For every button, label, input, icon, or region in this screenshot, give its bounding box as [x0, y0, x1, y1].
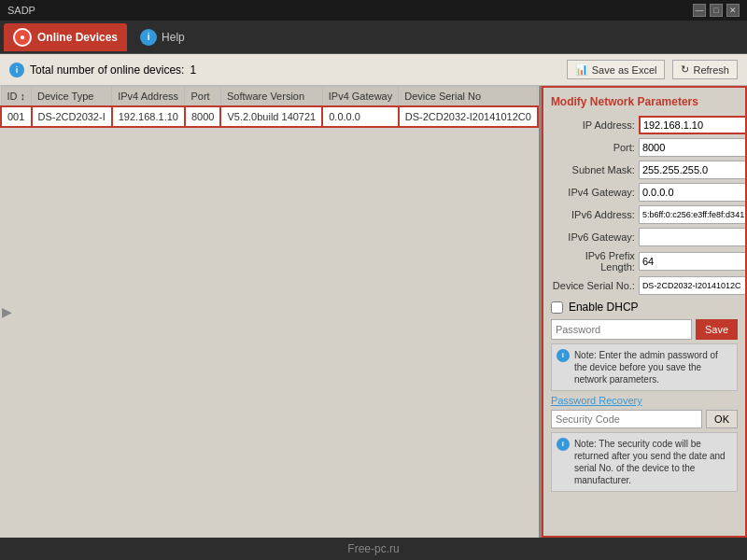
col-port: Port [185, 87, 220, 107]
security-note-icon: i [557, 438, 570, 451]
menu-bar: ● Online Devices i Help [0, 21, 747, 54]
help-icon: i [140, 29, 157, 46]
save-as-excel-button[interactable]: 📊 Save as Excel [567, 60, 666, 79]
table-wrapper[interactable]: ID ↕ Device Type IPv4 Address Port Softw… [0, 86, 539, 538]
main-content: i Total number of online devices: 1 📊 Sa… [0, 54, 747, 538]
table-cell: 001 [1, 106, 32, 127]
ipv6-gateway-input[interactable] [639, 228, 747, 246]
col-ipv4-address: IPv4 Address [112, 87, 185, 107]
minimize-button[interactable]: — [693, 4, 706, 17]
refresh-icon: ↻ [681, 63, 689, 76]
total-devices-count: 1 [190, 63, 196, 77]
note-info-icon: i [557, 349, 570, 362]
security-note-box: i Note: The security code will be return… [551, 432, 738, 492]
table-row[interactable]: 001DS-2CD2032-I192.168.1.108000V5.2.0bui… [1, 106, 538, 127]
col-id: ID ↕ [1, 87, 32, 107]
title-bar: SADP — □ ✕ [0, 0, 747, 21]
device-serial-row: Device Serial No.: [551, 276, 738, 295]
refresh-button[interactable]: ↻ Refresh [672, 60, 738, 79]
ipv6-address-label: IPv6 Address: [551, 209, 635, 220]
ip-address-input[interactable] [639, 116, 747, 134]
ipv6-gateway-row: IPv6 Gateway: [551, 228, 738, 246]
device-serial-label: Device Serial No.: [551, 280, 635, 291]
close-button[interactable]: ✕ [726, 4, 740, 17]
col-software-version: Software Version [220, 87, 322, 107]
table-cell: DS-2CD2032-I20141012C0 [399, 106, 538, 127]
online-devices-icon: ● [13, 28, 32, 47]
panel-arrow: ▶ [2, 304, 12, 319]
table-header-row: ID ↕ Device Type IPv4 Address Port Softw… [1, 87, 538, 107]
watermark-text: Free-pc.ru [347, 542, 399, 555]
ipv6-gateway-label: IPv6 Gateway: [551, 231, 635, 243]
ipv6-prefix-label: IPv6 Prefix Length: [551, 250, 635, 273]
ipv6-address-input[interactable] [639, 205, 747, 224]
total-devices-label: Total number of online devices: [30, 63, 184, 77]
table-cell: 0.0.0.0 [322, 106, 398, 127]
ip-address-row: IP Address: [551, 116, 738, 134]
password-recovery-link[interactable]: Password Recovery [551, 395, 738, 406]
info-icon: i [9, 63, 24, 77]
right-panel-title: Modify Network Parameters [551, 95, 738, 108]
col-device-type: Device Type [32, 87, 112, 107]
password-row: Save [551, 319, 738, 340]
online-devices-label: Online Devices [37, 31, 118, 44]
dhcp-row: Enable DHCP [551, 301, 738, 314]
ipv6-address-row: IPv6 Address: [551, 205, 738, 224]
ipv4-gateway-input[interactable] [639, 183, 747, 202]
ipv4-gateway-row: IPv4 Gateway: [551, 183, 738, 202]
port-label: Port: [551, 142, 635, 153]
left-panel: ID ↕ Device Type IPv4 Address Port Softw… [0, 86, 542, 538]
device-serial-input[interactable] [639, 276, 747, 295]
table-cell: V5.2.0build 140721 [220, 106, 322, 127]
col-ipv4-gateway: IPv4 Gateway [322, 87, 398, 107]
security-note-text: Note: The security code will be returned… [574, 438, 732, 486]
save-button[interactable]: Save [696, 319, 738, 340]
ipv6-prefix-input[interactable] [639, 252, 747, 271]
help-tab[interactable]: i Help [131, 23, 194, 51]
ok-button[interactable]: OK [706, 410, 738, 428]
refresh-label: Refresh [693, 64, 729, 76]
online-devices-tab[interactable]: ● Online Devices [4, 23, 127, 51]
port-row: Port: [551, 138, 738, 157]
save-as-excel-label: Save as Excel [592, 64, 657, 76]
ipv4-gateway-label: IPv4 Gateway: [551, 187, 635, 198]
table-cell: 8000 [185, 106, 220, 127]
subnet-mask-row: Subnet Mask: [551, 161, 738, 179]
window-controls: — □ ✕ [693, 4, 740, 17]
subnet-mask-label: Subnet Mask: [551, 164, 635, 175]
excel-icon: 📊 [575, 63, 588, 76]
table-cell: 192.168.1.10 [112, 106, 185, 127]
enable-dhcp-label: Enable DHCP [569, 301, 639, 314]
port-input[interactable] [639, 138, 747, 157]
help-label: Help [162, 31, 185, 44]
toolbar-left: i Total number of online devices: 1 [9, 63, 559, 77]
note-text: Note: Enter the admin password of the de… [574, 349, 732, 385]
note-box: i Note: Enter the admin password of the … [551, 343, 738, 391]
restore-button[interactable]: □ [710, 4, 723, 17]
ipv6-prefix-row: IPv6 Prefix Length: [551, 250, 738, 273]
toolbar: i Total number of online devices: 1 📊 Sa… [0, 54, 747, 86]
security-row: OK [551, 410, 738, 428]
subnet-mask-input[interactable] [639, 161, 747, 179]
app-title: SADP [7, 5, 35, 16]
table-cell: DS-2CD2032-I [32, 106, 112, 127]
ip-address-label: IP Address: [551, 119, 635, 131]
right-panel: Modify Network Parameters IP Address: Po… [542, 86, 747, 538]
enable-dhcp-checkbox[interactable] [551, 301, 563, 314]
password-input[interactable] [551, 319, 692, 340]
col-device-serial: Device Serial No [399, 87, 538, 107]
watermark: Free-pc.ru [0, 538, 747, 560]
security-code-input[interactable] [551, 410, 702, 428]
split-area: ID ↕ Device Type IPv4 Address Port Softw… [0, 86, 747, 538]
device-table: ID ↕ Device Type IPv4 Address Port Softw… [0, 86, 539, 128]
